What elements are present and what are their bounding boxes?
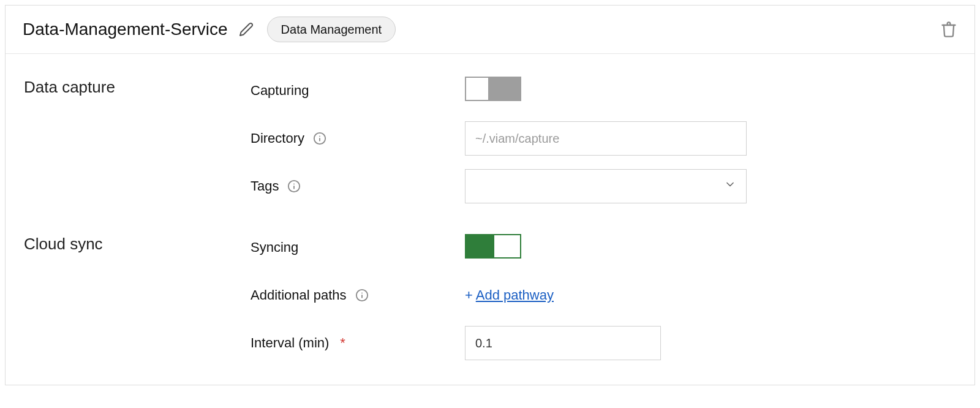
- chevron-down-icon: [724, 178, 736, 195]
- section-title-data-capture: Data capture: [24, 74, 251, 98]
- required-star: *: [340, 334, 345, 353]
- service-name-title: Data-Management-Service: [23, 17, 228, 41]
- field-directory: Directory: [251, 121, 956, 156]
- interval-input[interactable]: [465, 326, 661, 360]
- edit-name-icon[interactable]: [239, 22, 254, 37]
- panel-header: Data-Management-Service Data Management: [6, 6, 974, 54]
- data-capture-section: Data capture Capturing Direct: [24, 74, 956, 203]
- label-syncing: Syncing: [251, 238, 298, 257]
- field-additional-paths: Additional paths + Add pathway: [251, 278, 956, 312]
- field-capturing: Capturing: [251, 74, 956, 108]
- label-interval: Interval (min): [251, 334, 329, 353]
- info-icon[interactable]: [313, 132, 326, 145]
- delete-service-icon[interactable]: [940, 21, 957, 38]
- label-additional-paths: Additional paths: [251, 286, 347, 305]
- field-tags: Tags: [251, 169, 956, 203]
- tags-select[interactable]: [465, 169, 747, 203]
- panel-body: Data capture Capturing Direct: [6, 54, 974, 385]
- syncing-toggle[interactable]: [465, 234, 521, 259]
- label-directory: Directory: [251, 129, 304, 148]
- add-pathway-link[interactable]: + Add pathway: [465, 286, 956, 305]
- info-icon[interactable]: [355, 289, 369, 302]
- service-type-badge: Data Management: [267, 17, 396, 42]
- capturing-toggle[interactable]: [465, 77, 521, 101]
- info-icon[interactable]: [287, 179, 301, 193]
- service-config-panel: Data-Management-Service Data Management …: [5, 5, 975, 385]
- section-title-cloud-sync: Cloud sync: [24, 230, 251, 255]
- cloud-sync-section: Cloud sync Syncing Additional: [24, 230, 956, 360]
- field-interval: Interval (min)*: [251, 326, 956, 360]
- label-tags: Tags: [251, 177, 279, 196]
- directory-input[interactable]: [465, 121, 747, 156]
- label-capturing: Capturing: [251, 81, 309, 100]
- field-syncing: Syncing: [251, 230, 956, 265]
